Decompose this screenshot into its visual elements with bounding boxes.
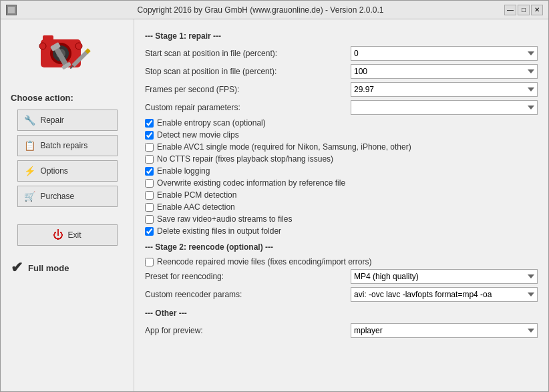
- preset-select[interactable]: MP4 (high quality) MP4 (low quality) AVI…: [351, 269, 538, 284]
- aac-label: Enable AAC detection: [157, 202, 235, 212]
- stop-scan-row: Stop scan at position in file (percent):…: [145, 64, 538, 79]
- pcm-checkbox[interactable]: [145, 191, 154, 200]
- batch-repairs-label: Batch repairs: [41, 141, 88, 150]
- full-mode-label: Full mode: [28, 263, 69, 273]
- batch-repairs-icon: 📋: [23, 139, 37, 152]
- overwrite-label: Overwrite existing codec information by …: [157, 178, 345, 188]
- purchase-label: Purchase: [41, 192, 75, 201]
- exit-button[interactable]: ⏻ Exit: [17, 224, 118, 246]
- window-title: Copyright 2016 by Grau GmbH (www.grauonl…: [17, 5, 504, 15]
- full-mode-container: ✔ Full mode: [11, 259, 69, 276]
- window-controls: — □ ✕: [504, 5, 543, 15]
- entropy-checkbox[interactable]: [145, 119, 154, 128]
- preset-row: Preset for reencoding: MP4 (high quality…: [145, 269, 538, 284]
- avc1-label: Enable AVC1 single mode (required for Ni…: [157, 142, 411, 152]
- options-icon: ⚡: [23, 164, 37, 178]
- stage2-header: --- Stage 2: reencode (optional) ---: [145, 242, 538, 252]
- svg-rect-6: [43, 35, 53, 42]
- options-button[interactable]: ⚡ Options: [17, 160, 118, 182]
- fps-select[interactable]: 29.97 25 24 30 60: [351, 82, 538, 97]
- custom-params-label: Custom reencoder params:: [145, 290, 351, 299]
- main-window: Copyright 2016 by Grau GmbH (www.grauonl…: [0, 0, 549, 392]
- ctts-label: No CTTS repair (fixes playback stop/hang…: [157, 154, 333, 164]
- reencode-checkbox[interactable]: [145, 258, 154, 266]
- delete-files-row: Delete existing files in output folder: [145, 226, 538, 236]
- minimize-button[interactable]: —: [504, 5, 516, 15]
- svg-rect-1: [8, 7, 15, 13]
- choose-action-label: Choose action:: [11, 93, 73, 103]
- repair-icon: 🔧: [23, 114, 37, 127]
- custom-params-row: Custom reencoder params: avi: -ovc lavc …: [145, 287, 538, 302]
- custom-params-select[interactable]: avi: -ovc lavc -lavfopts format=mp4 -oa: [351, 287, 538, 302]
- overwrite-row: Overwrite existing codec information by …: [145, 178, 538, 188]
- ctts-checkbox[interactable]: [145, 155, 154, 164]
- other-header: --- Other ---: [145, 309, 538, 318]
- entropy-row: Enable entropy scan (optional): [145, 118, 538, 128]
- custom-repair-select[interactable]: [351, 100, 538, 115]
- sidebar: Choose action: 🔧 Repair 📋 Batch repairs …: [1, 19, 134, 391]
- batch-repairs-button[interactable]: 📋 Batch repairs: [17, 135, 118, 156]
- reencode-row: Reencode repaired movie files (fixes enc…: [145, 257, 538, 266]
- options-label: Options: [41, 166, 68, 176]
- app-logo: [37, 26, 98, 86]
- restore-button[interactable]: □: [518, 5, 530, 15]
- logging-row: Enable logging: [145, 166, 538, 176]
- custom-repair-row: Custom repair parameters:: [145, 100, 538, 115]
- exit-power-icon: ⏻: [53, 229, 63, 241]
- avc1-row: Enable AVC1 single mode (required for Ni…: [145, 142, 538, 152]
- full-mode-checkmark-icon: ✔: [11, 259, 23, 276]
- delete-files-label: Delete existing files in output folder: [157, 226, 281, 236]
- overwrite-checkbox[interactable]: [145, 179, 154, 188]
- detect-clips-label: Detect new movie clips: [157, 130, 239, 140]
- entropy-label: Enable entropy scan (optional): [157, 118, 266, 128]
- purchase-icon: 🛒: [23, 190, 37, 203]
- start-scan-select[interactable]: 0 10 25 50: [351, 46, 538, 61]
- app-preview-label: App for preview:: [145, 326, 351, 335]
- purchase-button[interactable]: 🛒 Purchase: [17, 186, 118, 207]
- exit-label: Exit: [67, 230, 81, 240]
- preset-label: Preset for reencoding:: [145, 272, 351, 281]
- repair-button[interactable]: 🔧 Repair: [17, 110, 118, 131]
- detect-clips-checkbox[interactable]: [145, 131, 154, 140]
- stop-scan-label: Stop scan at position in file (percent):: [145, 67, 351, 76]
- svg-point-8: [75, 43, 82, 49]
- pcm-label: Enable PCM detection: [157, 190, 236, 200]
- stage1-header: --- Stage 1: repair ---: [145, 31, 538, 41]
- app-preview-select[interactable]: mplayer vlc ffplay: [351, 323, 538, 338]
- avc1-checkbox[interactable]: [145, 143, 154, 152]
- raw-video-label: Save raw video+audio streams to files: [157, 214, 292, 224]
- aac-row: Enable AAC detection: [145, 202, 538, 212]
- pcm-row: Enable PCM detection: [145, 190, 538, 200]
- fps-row: Frames per second (FPS): 29.97 25 24 30 …: [145, 82, 538, 97]
- start-scan-label: Start scan at position in file (percent)…: [145, 49, 351, 58]
- app-preview-row: App for preview: mplayer vlc ffplay: [145, 323, 538, 338]
- raw-video-checkbox[interactable]: [145, 215, 154, 224]
- right-panel: --- Stage 1: repair --- Start scan at po…: [134, 19, 548, 391]
- reencode-label: Reencode repaired movie files (fixes enc…: [157, 257, 371, 266]
- ctts-row: No CTTS repair (fixes playback stop/hang…: [145, 154, 538, 164]
- logging-label: Enable logging: [157, 166, 210, 176]
- repair-label: Repair: [41, 116, 64, 125]
- raw-video-row: Save raw video+audio streams to files: [145, 214, 538, 224]
- fps-label: Frames per second (FPS):: [145, 85, 351, 94]
- close-button[interactable]: ✕: [531, 5, 543, 15]
- main-content: Choose action: 🔧 Repair 📋 Batch repairs …: [1, 19, 548, 391]
- titlebar: Copyright 2016 by Grau GmbH (www.grauonl…: [1, 1, 548, 19]
- svg-point-7: [39, 43, 46, 49]
- aac-checkbox[interactable]: [145, 203, 154, 212]
- custom-repair-label: Custom repair parameters:: [145, 103, 351, 112]
- start-scan-row: Start scan at position in file (percent)…: [145, 46, 538, 61]
- stop-scan-select[interactable]: 100 75 50 25: [351, 64, 538, 79]
- logging-checkbox[interactable]: [145, 167, 154, 176]
- detect-clips-row: Detect new movie clips: [145, 130, 538, 140]
- window-icon: [6, 5, 17, 15]
- delete-files-checkbox[interactable]: [145, 227, 154, 236]
